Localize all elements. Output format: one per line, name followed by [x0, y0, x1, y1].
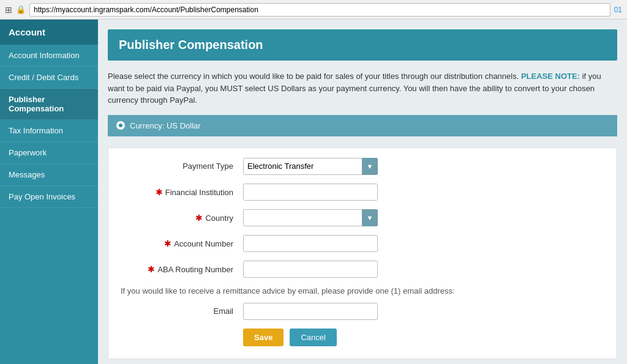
financial-institution-label: ✱Financial Institution	[121, 187, 243, 197]
required-star-account: ✱	[164, 239, 171, 248]
tab-count: 01	[614, 6, 622, 14]
sidebar: Account Account Information Credit / Deb…	[0, 20, 98, 364]
remittance-text: If you would like to receive a remittanc…	[121, 286, 604, 295]
tabs-icon[interactable]: ⊞	[5, 5, 12, 15]
payment-type-row: Payment Type Electronic Transfer Check P…	[121, 158, 604, 175]
sidebar-item-credit-debit-cards[interactable]: Credit / Debit Cards	[0, 67, 98, 89]
country-row: ✱Country ▼	[121, 209, 604, 226]
radio-usd[interactable]	[116, 121, 125, 130]
email-input[interactable]	[243, 303, 378, 320]
sidebar-item-pay-open-invoices[interactable]: Pay Open Invoices	[0, 186, 98, 208]
required-star-country: ✱	[195, 213, 203, 223]
required-star-aba: ✱	[148, 264, 155, 274]
button-row: Save Cancel	[121, 329, 604, 346]
required-star: ✱	[156, 187, 163, 197]
payment-type-label: Payment Type	[121, 162, 243, 171]
browser-bar: ⊞ 🔒 01	[0, 0, 627, 20]
payment-type-select[interactable]: Electronic Transfer Check PayPal	[243, 158, 378, 175]
account-number-label: ✱Account Number	[121, 239, 243, 248]
account-number-input[interactable]	[243, 235, 378, 252]
app-container: Account Account Information Credit / Deb…	[0, 20, 627, 364]
currency-usd-label: Currency: US Dollar	[130, 121, 201, 130]
financial-institution-row: ✱Financial Institution	[121, 184, 604, 201]
main-content: Publisher Compensation Please select the…	[98, 20, 627, 364]
country-select[interactable]	[243, 209, 378, 226]
email-label: Email	[121, 306, 243, 316]
aba-routing-label: ✱ABA Routing Number	[121, 264, 243, 274]
cancel-button[interactable]: Cancel	[290, 329, 336, 346]
payment-type-select-wrapper: Electronic Transfer Check PayPal ▼	[243, 158, 378, 175]
sidebar-item-account-information[interactable]: Account Information	[0, 45, 98, 67]
sidebar-item-tax-information[interactable]: Tax Information	[0, 120, 98, 142]
sidebar-item-publisher-compensation[interactable]: Publisher Compensation	[0, 89, 98, 120]
email-row: Email	[121, 303, 604, 320]
account-number-row: ✱Account Number	[121, 235, 604, 252]
url-bar[interactable]	[29, 3, 610, 17]
info-text: Please select the currency in which you …	[108, 70, 617, 106]
aba-routing-row: ✱ABA Routing Number	[121, 261, 604, 278]
country-label: ✱Country	[121, 213, 243, 223]
financial-institution-input[interactable]	[243, 184, 378, 201]
sidebar-item-messages[interactable]: Messages	[0, 164, 98, 186]
currency-usd-row[interactable]: Currency: US Dollar	[108, 115, 617, 136]
sidebar-header: Account	[0, 20, 98, 45]
note-highlight: PLEASE NOTE:	[521, 72, 580, 81]
country-select-wrapper: ▼	[243, 209, 378, 226]
page-title: Publisher Compensation	[108, 29, 617, 61]
form-section: Payment Type Electronic Transfer Check P…	[108, 147, 617, 359]
sidebar-item-paperwork[interactable]: Paperwork	[0, 142, 98, 164]
aba-routing-input[interactable]	[243, 261, 378, 278]
save-button[interactable]: Save	[243, 329, 283, 346]
lock-icon: 🔒	[16, 5, 26, 14]
